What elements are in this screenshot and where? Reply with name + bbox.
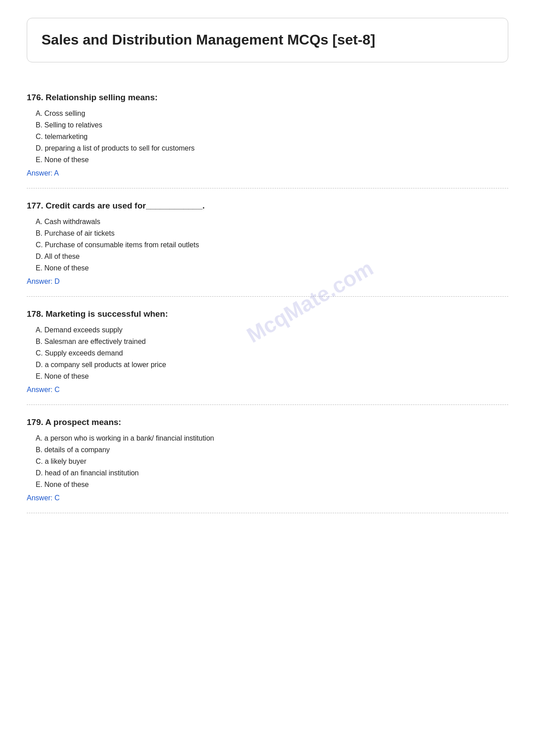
list-item: D. a company sell products at lower pric… [36,361,508,369]
list-item: A. Cross selling [36,110,508,118]
question-176-options: A. Cross selling B. Selling to relatives… [36,110,508,164]
list-item: B. Salesman are effectively trained [36,338,508,346]
list-item: C. telemarketing [36,133,508,141]
question-176-answer: Answer: A [27,169,508,177]
list-item: E. None of these [36,156,508,164]
question-176-title: 176. Relationship selling means: [27,93,508,102]
list-item: B. details of a company [36,446,508,454]
list-item: E. None of these [36,372,508,380]
question-178-options: A. Demand exceeds supply B. Salesman are… [36,326,508,380]
list-item: C. Purchase of consumable items from ret… [36,241,508,249]
question-178-title: 178. Marketing is successful when: [27,309,508,319]
question-177-answer: Answer: D [27,278,508,286]
list-item: D. head of an financial institution [36,469,508,477]
question-177-title: 177. Credit cards are used for__________… [27,201,508,211]
list-item: A. Cash withdrawals [36,218,508,226]
question-179: 179. A prospect means: A. a person who i… [27,405,508,513]
question-179-title: 179. A prospect means: [27,417,508,427]
list-item: C. Supply exceeds demand [36,349,508,357]
list-item: A. a person who is working in a bank/ fi… [36,434,508,442]
question-177: 177. Credit cards are used for__________… [27,188,508,297]
question-179-options: A. a person who is working in a bank/ fi… [36,434,508,489]
list-item: A. Demand exceeds supply [36,326,508,334]
list-item: B. Purchase of air tickets [36,229,508,237]
list-item: E. None of these [36,264,508,272]
list-item: D. All of these [36,253,508,261]
question-178-answer: Answer: C [27,386,508,394]
question-176: 176. Relationship selling means: A. Cros… [27,80,508,188]
question-179-answer: Answer: C [27,494,508,502]
questions-container: McqMate.com 176. Relationship selling me… [27,80,508,513]
question-178: 178. Marketing is successful when: A. De… [27,297,508,405]
list-item: C. a likely buyer [36,458,508,466]
page-title: Sales and Distribution Management MCQs [… [41,31,494,49]
list-item: B. Selling to relatives [36,121,508,129]
list-item: E. None of these [36,481,508,489]
question-177-options: A. Cash withdrawals B. Purchase of air t… [36,218,508,272]
title-box: Sales and Distribution Management MCQs [… [27,18,508,62]
list-item: D. preparing a list of products to sell … [36,144,508,152]
